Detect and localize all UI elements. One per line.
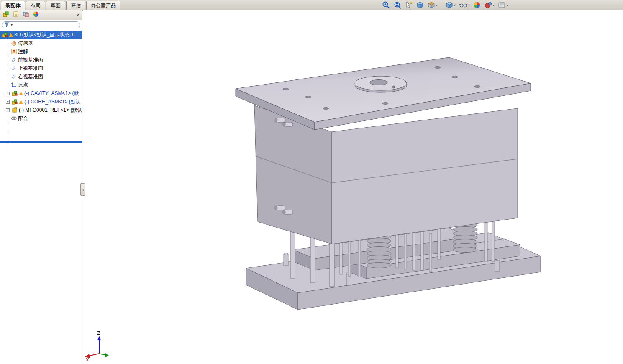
tree-item-front-plane[interactable]: 前视基准面: [0, 56, 82, 64]
hide-show-items-icon[interactable]: ▾: [458, 1, 470, 9]
apply-scene-icon[interactable]: ▾: [484, 1, 495, 9]
feature-tree: 3D (默认<默认_显示状态-1- 传感器 A 注解 前视基准面 上视基准面 右…: [0, 29, 82, 123]
tree-item-right-plane[interactable]: 右视基准面: [0, 72, 82, 81]
filter-pointer-icon[interactable]: [404, 1, 413, 9]
pane-split-bar[interactable]: [0, 141, 82, 143]
triad-x-label: X: [86, 357, 89, 363]
orientation-cube-icon[interactable]: [415, 1, 425, 9]
filter-funnel-icon: [4, 22, 9, 27]
tree-item-cavity-asm[interactable]: + (-) CAVITY_ASM<1> (默: [0, 89, 82, 97]
zoom-in-icon[interactable]: [382, 1, 391, 9]
coordinate-triad: Z X: [85, 331, 109, 363]
tab-layout[interactable]: 布局: [26, 1, 45, 11]
sidebar-collapse-handle[interactable]: ◂: [80, 183, 85, 196]
tree-root-assembly[interactable]: 3D (默认<默认_显示状态-1-: [0, 31, 82, 39]
tree-item-label: 注解: [18, 48, 28, 55]
appearance-manager-tab-icon[interactable]: [33, 11, 39, 19]
tab-assembly[interactable]: 装配体: [1, 1, 25, 11]
feature-manager-panel: » ▾ 3D (默认<默认_显示状态-1- 传感器 A 注解 前视基准面: [0, 10, 82, 364]
plane-icon: [11, 65, 17, 71]
tree-item-annotations[interactable]: A 注解: [0, 47, 82, 56]
tree-item-label: (-) CAVITY_ASM<1> (默: [24, 90, 79, 97]
locating-ring: [355, 76, 407, 92]
warning-icon: [19, 100, 23, 104]
tree-item-label: 原点: [18, 82, 28, 89]
assembly-icon: [12, 99, 18, 105]
zoom-fit-icon[interactable]: [393, 1, 402, 9]
svg-text:A: A: [12, 49, 15, 54]
hide-show-caret: ▾: [468, 3, 470, 7]
plane-icon: [11, 74, 17, 79]
warning-icon: [19, 92, 23, 95]
heads-up-view-toolbar: ▾ ▾ ▾ ▾ ▾: [382, 1, 508, 9]
view-settings-caret: ▾: [506, 3, 508, 7]
annotations-icon: A: [11, 49, 17, 54]
tree-item-label: 前视基准面: [18, 56, 43, 64]
panel-tab-bar: »: [0, 10, 82, 20]
collapse-arrow-icon: ◂: [82, 188, 83, 192]
tree-item-mfg-ref[interactable]: + (-) MFG0001_REF<1> (默认: [0, 106, 82, 114]
command-tabs: 装配体 布局 草图 评估 办公室产品: [1, 1, 120, 11]
tab-evaluate[interactable]: 评估: [66, 1, 85, 11]
tree-root-label: 3D (默认<默认_显示状态-1-: [14, 31, 76, 38]
property-manager-tab-icon[interactable]: [13, 11, 19, 19]
tree-item-mates[interactable]: 配合: [0, 114, 82, 123]
origin-icon: [11, 82, 17, 88]
view-cube-caret: ▾: [454, 3, 456, 7]
tree-item-origin[interactable]: 原点: [0, 81, 82, 89]
configuration-manager-tab-icon[interactable]: [23, 11, 29, 19]
tree-item-label: (-) MFG0001_REF<1> (默认: [19, 107, 82, 114]
tree-item-label: 右视基准面: [18, 73, 43, 80]
tree-item-label: (-) CORE_ASM<1> (默认: [24, 98, 81, 105]
tree-item-label: 传感器: [18, 40, 33, 47]
plane-icon: [11, 57, 17, 63]
part-icon: [12, 107, 18, 113]
section-view-icon[interactable]: ▾: [427, 1, 438, 9]
warning-icon: [9, 33, 13, 37]
feature-manager-tab-icon[interactable]: [3, 11, 9, 19]
triad-z-label: Z: [97, 331, 100, 336]
edit-appearance-icon[interactable]: [472, 1, 482, 9]
view-cube-icon[interactable]: ▾: [445, 1, 456, 9]
assembly-icon: [12, 90, 18, 96]
tree-filter-input[interactable]: ▾: [2, 21, 80, 28]
tab-sketch[interactable]: 草图: [46, 1, 65, 11]
mates-icon: [11, 115, 17, 121]
filter-caret-icon: ▾: [11, 23, 13, 27]
command-manager-strip: 装配体 布局 草图 评估 办公室产品 ▾ ▾ ▾: [0, 0, 623, 10]
mold-assembly-model[interactable]: Z X: [83, 10, 623, 364]
tree-filter-row: ▾: [0, 20, 82, 29]
assembly-icon: [2, 32, 8, 38]
sensors-icon: [11, 40, 17, 46]
tab-office-products[interactable]: 办公室产品: [86, 1, 120, 11]
view-settings-icon[interactable]: ▾: [497, 1, 508, 9]
panel-more-button[interactable]: »: [77, 12, 79, 18]
graphics-viewport[interactable]: Z X: [83, 10, 623, 364]
section-view-caret: ▾: [436, 3, 438, 7]
tree-guide-line: [8, 38, 8, 148]
mold-block[interactable]: [254, 105, 518, 244]
apply-scene-caret: ▾: [493, 3, 495, 7]
tree-item-sensors[interactable]: 传感器: [0, 39, 82, 47]
tree-item-label: 配合: [18, 115, 28, 122]
tree-item-label: 上视基准面: [18, 65, 43, 72]
tree-item-core-asm[interactable]: + (-) CORE_ASM<1> (默认: [0, 97, 82, 106]
tree-item-top-plane[interactable]: 上视基准面: [0, 64, 82, 72]
